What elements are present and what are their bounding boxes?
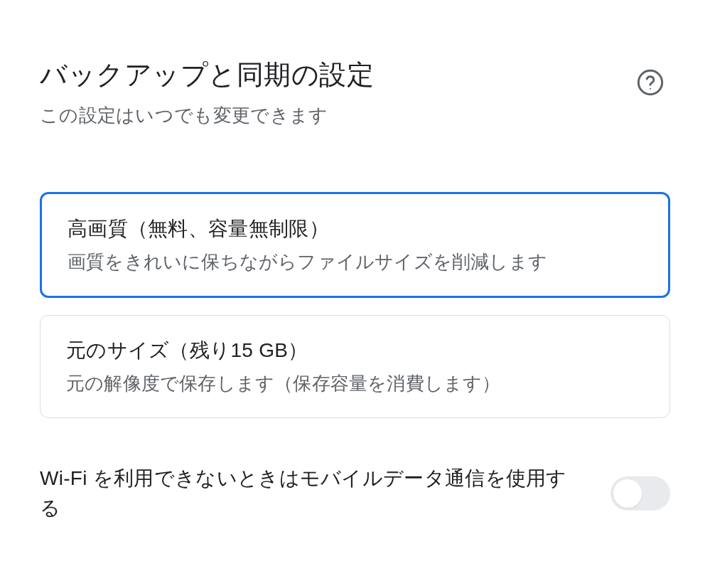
page-title: バックアップと同期の設定 [40, 57, 635, 93]
quality-option-high[interactable]: 高画質（無料、容量無制限） 画質をきれいに保ちながらファイルサイズを削減します [40, 192, 670, 298]
page-subtitle: この設定はいつでも変更できます [40, 103, 635, 128]
option-title: 元のサイズ（残り15 GB） [66, 337, 644, 364]
toggle-label: Wi-Fi を利用できないときはモバイルデータ通信を使用する [40, 464, 582, 523]
option-description: 元の解像度で保存します（保存容量を消費します） [66, 371, 644, 396]
toggle-knob [613, 479, 642, 508]
mobile-data-toggle[interactable] [611, 476, 670, 511]
help-icon[interactable] [635, 67, 666, 98]
option-description: 画質をきれいに保ちながらファイルサイズを削減します [68, 250, 642, 274]
svg-point-1 [650, 88, 651, 90]
svg-point-0 [638, 70, 662, 94]
quality-option-original[interactable]: 元のサイズ（残り15 GB） 元の解像度で保存します（保存容量を消費します） [40, 315, 670, 418]
settings-header: バックアップと同期の設定 この設定はいつでも変更できます [40, 57, 670, 128]
header-text: バックアップと同期の設定 この設定はいつでも変更できます [40, 57, 635, 128]
mobile-data-toggle-row: Wi-Fi を利用できないときはモバイルデータ通信を使用する [40, 464, 670, 523]
option-title: 高画質（無料、容量無制限） [68, 215, 642, 242]
